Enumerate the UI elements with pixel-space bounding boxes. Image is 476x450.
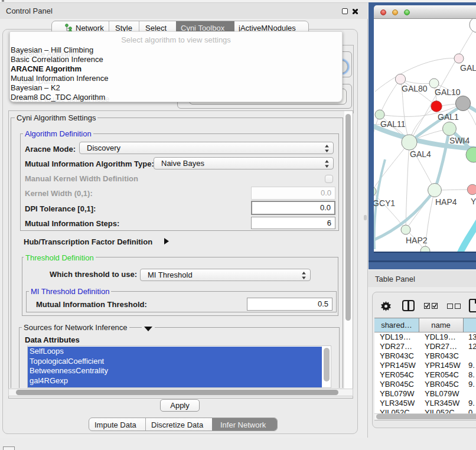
svg-text:GAL10: GAL10: [435, 87, 461, 97]
svg-text:GAL4: GAL4: [410, 149, 431, 159]
svg-text:GAL1: GAL1: [438, 112, 459, 122]
svg-text:GAL80: GAL80: [402, 84, 428, 93]
svg-text:GAL2: GAL2: [460, 63, 476, 73]
svg-text:HAP4: HAP4: [435, 197, 457, 207]
svg-text:SWI4: SWI4: [449, 136, 470, 145]
svg-text:Y: Y: [471, 197, 476, 206]
svg-text:GAL11: GAL11: [380, 119, 406, 129]
svg-text:GCY1: GCY1: [374, 198, 395, 208]
svg-text:HAP2: HAP2: [406, 236, 428, 245]
